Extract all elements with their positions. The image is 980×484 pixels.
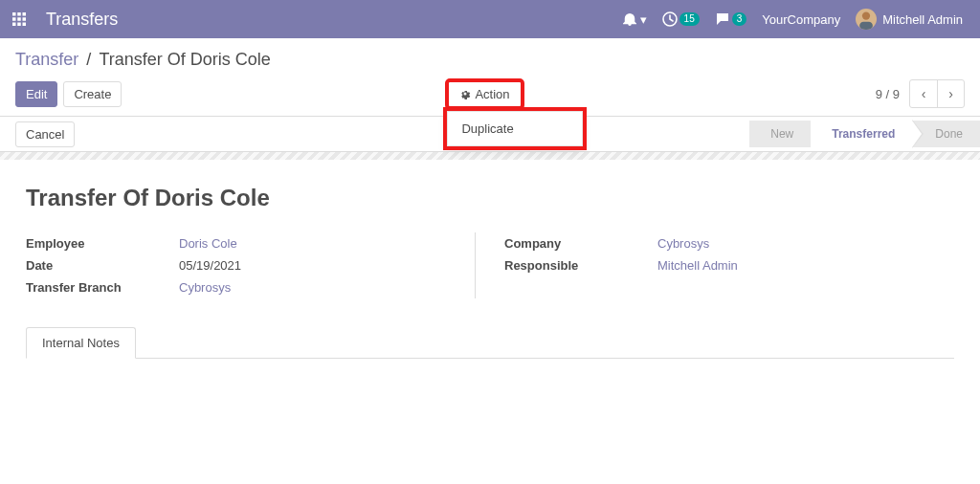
speech-bubble-icon <box>715 11 730 27</box>
control-panel: Transfer / Transfer Of Doris Cole Edit C… <box>0 38 980 116</box>
company-name: YourCompany <box>762 12 840 27</box>
tab-bar: Internal Notes <box>26 327 954 359</box>
status-step-new[interactable]: New <box>749 121 811 147</box>
breadcrumb-parent[interactable]: Transfer <box>15 50 78 70</box>
field-group-left: Employee Doris Cole Date 05/19/2021 Tran… <box>26 232 476 298</box>
pager-prev-button[interactable]: ‹ <box>910 80 937 107</box>
action-button[interactable]: Action <box>447 80 522 108</box>
svg-rect-7 <box>17 23 21 27</box>
action-dropdown: Duplicate <box>447 111 583 146</box>
user-name: Mitchell Admin <box>882 12 963 27</box>
user-menu[interactable]: Mitchell Admin <box>856 9 963 30</box>
breadcrumb-current: Transfer Of Doris Cole <box>99 50 270 70</box>
label-company: Company <box>504 232 657 254</box>
pager-buttons: ‹ › <box>909 79 965 108</box>
action-button-label: Action <box>475 87 509 101</box>
svg-point-10 <box>862 11 870 19</box>
svg-rect-11 <box>859 22 873 30</box>
edit-button[interactable]: Edit <box>15 81 57 107</box>
svg-rect-4 <box>17 17 21 21</box>
status-step-transferred[interactable]: Transferred <box>811 121 912 147</box>
pager-text[interactable]: 9 / 9 <box>876 87 900 101</box>
company-switcher[interactable]: YourCompany <box>762 12 840 27</box>
svg-rect-5 <box>23 17 27 21</box>
sheet-top-bg <box>0 152 980 160</box>
value-company[interactable]: Cybrosys <box>657 236 709 251</box>
breadcrumb: Transfer / Transfer Of Doris Cole <box>15 50 965 70</box>
action-item-duplicate[interactable]: Duplicate <box>448 116 582 142</box>
gear-icon <box>459 88 471 99</box>
bell-icon <box>623 12 636 26</box>
tab-internal-notes[interactable]: Internal Notes <box>26 327 136 359</box>
activity-badge: 15 <box>679 12 700 26</box>
label-employee: Employee <box>26 232 179 254</box>
avatar <box>856 9 877 30</box>
apps-icon[interactable] <box>6 6 33 33</box>
field-groups: Employee Doris Cole Date 05/19/2021 Tran… <box>26 232 954 298</box>
value-date: 05/19/2021 <box>179 258 241 273</box>
grid-icon <box>12 12 26 26</box>
discuss-badge: 3 <box>732 12 747 26</box>
caret-down-icon: ▾ <box>640 12 647 27</box>
value-employee[interactable]: Doris Cole <box>179 236 237 251</box>
chevron-right-icon: › <box>948 86 953 101</box>
svg-rect-1 <box>17 12 21 16</box>
form-sheet: Transfer Of Doris Cole Employee Doris Co… <box>7 160 973 384</box>
topbar: Transfers ▾ 15 3 YourCompany Mitchell Ad… <box>0 0 980 38</box>
breadcrumb-separator: / <box>86 50 91 70</box>
notifications-menu[interactable]: ▾ <box>623 12 647 27</box>
topbar-title[interactable]: Transfers <box>46 10 118 30</box>
label-transfer-branch: Transfer Branch <box>26 276 179 298</box>
svg-rect-6 <box>12 23 16 27</box>
activity-menu[interactable]: 15 <box>662 11 700 27</box>
record-title: Transfer Of Doris Cole <box>26 185 954 211</box>
value-transfer-branch[interactable]: Cybrosys <box>179 280 231 295</box>
create-button[interactable]: Create <box>63 81 122 107</box>
value-responsible[interactable]: Mitchell Admin <box>657 258 738 273</box>
cancel-button[interactable]: Cancel <box>15 121 75 147</box>
svg-rect-0 <box>12 12 16 16</box>
discuss-menu[interactable]: 3 <box>715 11 747 27</box>
status-steps: New Transferred Done <box>749 121 980 147</box>
field-group-right: Company Cybrosys Responsible Mitchell Ad… <box>475 232 954 298</box>
svg-rect-8 <box>23 23 27 27</box>
clock-icon <box>662 11 678 27</box>
chevron-left-icon: ‹ <box>922 86 926 101</box>
label-responsible: Responsible <box>504 254 657 276</box>
pager-next-button[interactable]: › <box>937 80 964 107</box>
svg-rect-3 <box>12 17 16 21</box>
label-date: Date <box>26 254 179 276</box>
svg-rect-2 <box>23 12 27 16</box>
control-panel-buttons: Edit Create Action Duplicate 9 / 9 ‹ › <box>15 79 965 108</box>
